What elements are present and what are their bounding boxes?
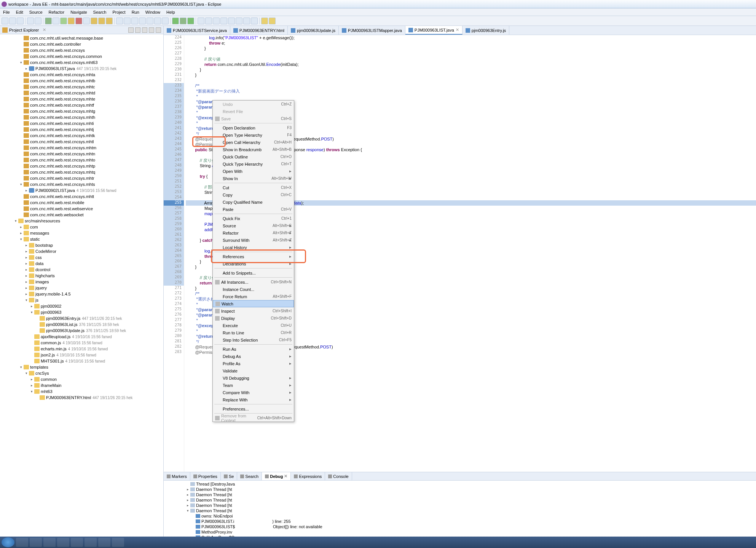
tree-item[interactable]: ▾js xyxy=(0,297,163,303)
task-7[interactable] xyxy=(98,538,110,547)
tree-item[interactable]: ▸highcharts xyxy=(0,273,163,279)
tree-item[interactable]: ▸com xyxy=(0,224,163,230)
tree-item[interactable]: ▾com.cnc.mht.web.rest.cncsys.mhts xyxy=(0,181,163,187)
editor-tab[interactable]: PJM000963LISTMapper.java xyxy=(339,26,405,35)
tree-item[interactable]: com.cnc.mht.web.rest.cncsys.common xyxy=(0,53,163,59)
bottom-tab-console[interactable]: Console xyxy=(325,472,352,480)
tree-item[interactable]: ▾static xyxy=(0,236,163,242)
ctx-open-declaration[interactable]: Open DeclarationF3 xyxy=(213,124,294,131)
ctx-run-to-line[interactable]: Run to LineCtrl+R xyxy=(213,329,294,336)
tree-item[interactable]: com.cnc.mht.web.websocket xyxy=(0,212,163,218)
task-4[interactable] xyxy=(57,538,69,547)
menu-run[interactable]: Run xyxy=(129,9,142,15)
skip-breakpoints[interactable] xyxy=(53,18,59,24)
ctx-quick-fix[interactable]: Quick FixCtrl+1 xyxy=(213,215,294,222)
tree-item[interactable]: ▸bootstrap xyxy=(0,242,163,248)
ctx-watch[interactable]: Watch xyxy=(213,300,294,307)
tb-26[interactable] xyxy=(220,18,227,24)
debug-row[interactable]: ▸Daemon Thread [ht xyxy=(164,497,756,503)
tb-5[interactable] xyxy=(35,18,41,24)
tree-item[interactable]: ▸dcontrol xyxy=(0,267,163,273)
tree-item[interactable]: ▸jquery xyxy=(0,285,163,291)
tree-item[interactable]: com.cnc.mht.web.rest.cncsys.mhtb xyxy=(0,78,163,84)
tb-27[interactable] xyxy=(228,18,235,24)
ctx-v-debugging[interactable]: V8 Debugging▸ xyxy=(213,374,294,382)
ctx-declarations[interactable]: Declarations▸ xyxy=(213,260,294,267)
tree-item[interactable]: pjm000963Entry.js447 19/11/26 20:15 hek xyxy=(0,315,163,321)
collapse-all-button[interactable] xyxy=(128,27,134,33)
tb-13[interactable] xyxy=(116,18,123,24)
new-button[interactable] xyxy=(2,18,8,24)
ctx-inspect[interactable]: InspectCtrl+Shift+I xyxy=(213,307,294,315)
ctx-source[interactable]: SourceAlt+Shift+S▸ xyxy=(213,222,294,229)
step-over-button[interactable] xyxy=(98,18,105,24)
tree-item[interactable]: com.cnc.mht.web.rest.cncsys.mhta xyxy=(0,72,163,78)
terminate-button[interactable] xyxy=(75,18,82,24)
tree-item[interactable]: echarts.min.js4 19/10/16 15:56 fanwd xyxy=(0,346,163,352)
editor-tab[interactable]: PJM000963LISTService.java xyxy=(164,26,230,35)
tree-item[interactable]: com.cnc.mht.web.rest.cncsys.mhtd xyxy=(0,90,163,96)
tb-28[interactable] xyxy=(236,18,242,24)
tree-item[interactable]: ▾mht63 xyxy=(0,388,163,395)
tree-item[interactable]: ▸data xyxy=(0,260,163,267)
tree-item[interactable]: com.cnc.mht.web.rest.cncsys.mhtp xyxy=(0,163,163,169)
menu-help[interactable]: Help xyxy=(163,9,178,15)
ctx-copy-qualified-name[interactable]: Copy Qualified Name xyxy=(213,198,294,206)
editor-tab[interactable]: pjm000963Update.js xyxy=(288,26,339,35)
ctx-show-in-breadcrumb[interactable]: Show in BreadcrumbAlt+Shift+B xyxy=(213,146,294,153)
ctx-replace-with[interactable]: Replace With▸ xyxy=(213,396,294,403)
tree-item[interactable]: com.cnc.mht.web.rest.cncsys.mhtm xyxy=(0,145,163,151)
tb-14[interactable] xyxy=(124,18,131,24)
menu-window[interactable]: Window xyxy=(142,9,163,15)
tree-item[interactable]: com.cnc.mht.web.rest.cncsys.mhtt xyxy=(0,193,163,200)
tree-item[interactable]: ajaxfileupload.js4 19/10/16 15:56 fanwd xyxy=(0,334,163,340)
explorer-tree[interactable]: com.cnc.mht.util.wechat.message.basecom.… xyxy=(0,34,163,548)
ctx-quick-outline[interactable]: Quick OutlineCtrl+O xyxy=(213,153,294,160)
tree-item[interactable]: ▸pjm000902 xyxy=(0,303,163,309)
debug-row[interactable]: ▸Daemon Thread [ht xyxy=(164,487,756,492)
bottom-tab-debug[interactable]: Debug ✕ xyxy=(262,472,291,480)
ctx-display[interactable]: DisplayCtrl+Shift+D xyxy=(213,315,294,322)
tree-item[interactable]: com.cnc.mht.web.rest.cncsys.mhth xyxy=(0,114,163,120)
bottom-tab-markers[interactable]: Markers xyxy=(164,472,190,480)
ctx-preferences-[interactable]: Preferences... xyxy=(213,405,294,412)
tree-item[interactable]: com.cnc.mht.web.rest.cncsys.mhtf xyxy=(0,102,163,108)
debug-row[interactable]: PJM000963LIST$Object[]) line: not availa… xyxy=(164,524,756,529)
tb-16[interactable] xyxy=(139,18,146,24)
maximize-view-button[interactable] xyxy=(156,27,161,33)
forward-button[interactable] xyxy=(269,18,276,24)
ctx-open-call-hierarchy[interactable]: Open Call HierarchyCtrl+Alt+H xyxy=(213,139,294,146)
tree-item[interactable]: com.cnc.mht.web.rest.cncsys.mhtq xyxy=(0,169,163,175)
step-return-button[interactable] xyxy=(106,18,113,24)
menu-project[interactable]: Project xyxy=(109,9,128,15)
debug-run-button[interactable] xyxy=(180,18,187,24)
tree-item[interactable]: com.cnc.mht.web.controller xyxy=(0,41,163,47)
debug-row[interactable]: ▸Daemon Thread [ht xyxy=(164,503,756,508)
tb-23[interactable] xyxy=(198,18,204,24)
menu-file[interactable]: File xyxy=(0,9,13,15)
ctx-paste[interactable]: PasteCtrl+V xyxy=(213,206,294,213)
ctx-execute[interactable]: ExecuteCtrl+U xyxy=(213,322,294,329)
debug-button[interactable] xyxy=(45,18,52,24)
ctx-refactor[interactable]: RefactorAlt+Shift+T▸ xyxy=(213,229,294,236)
tree-item[interactable]: ▸images xyxy=(0,279,163,285)
ctx-validate[interactable]: Validate xyxy=(213,367,294,374)
save-button[interactable] xyxy=(9,18,16,24)
editor-tab[interactable]: PJM000963ENTRY.html xyxy=(230,26,288,35)
tree-item[interactable]: ▸common xyxy=(0,376,163,382)
task-3[interactable] xyxy=(43,538,56,547)
editor-tab[interactable]: PJM000963LIST.java ✕ xyxy=(405,26,463,35)
tree-item[interactable]: ▾cncSys xyxy=(0,370,163,376)
tree-item[interactable]: ▸messages xyxy=(0,230,163,236)
ctx-open-with[interactable]: Open With▸ xyxy=(213,168,294,175)
menu-edit[interactable]: Edit xyxy=(13,9,26,15)
ctx-surround-with[interactable]: Surround WithAlt+Shift+Z▸ xyxy=(213,236,294,244)
tree-item[interactable]: com.cnc.mht.web.rest.cncsys.mhtc xyxy=(0,84,163,90)
debug-row[interactable]: Thread [DestroyJava xyxy=(164,481,756,487)
tree-item[interactable]: ▸PJM000902LIST.java4 19/10/16 15:56 fanw… xyxy=(0,187,163,193)
tree-item[interactable]: com.cnc.mht.web.rest.cncsys.mhto xyxy=(0,157,163,163)
tree-item[interactable]: ▾pjm000963 xyxy=(0,309,163,315)
back-button[interactable] xyxy=(261,18,268,24)
menu-source[interactable]: Source xyxy=(26,9,46,15)
ctx-run-as[interactable]: Run As▸ xyxy=(213,345,294,353)
